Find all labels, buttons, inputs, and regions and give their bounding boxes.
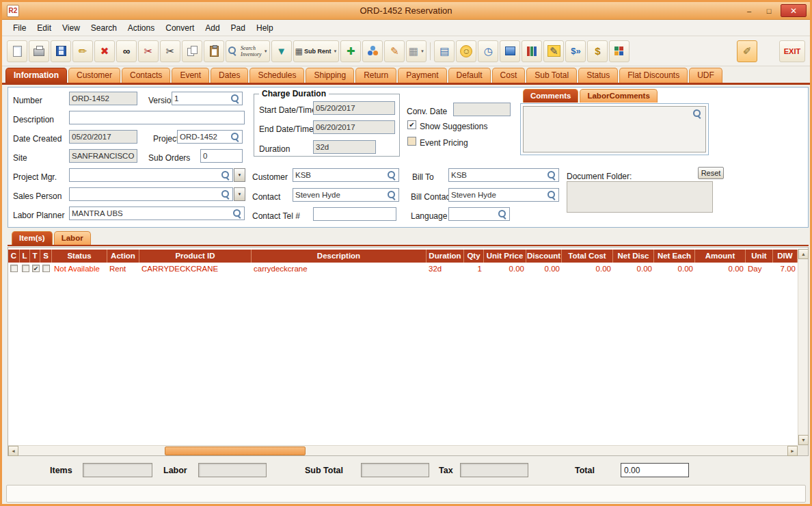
version-field[interactable]: 1 — [172, 92, 243, 105]
menu-view[interactable]: View — [57, 22, 85, 34]
writepad-button[interactable]: ✎ — [543, 40, 564, 62]
col-diw[interactable]: DIW — [773, 250, 798, 263]
document-folder-box[interactable] — [567, 181, 713, 213]
find-button[interactable]: ∞ — [116, 40, 137, 62]
col-description[interactable]: Description — [252, 250, 427, 263]
table-row[interactable]: ✔ Not Available Rent CARRYDECKCRANE carr… — [8, 263, 798, 276]
minimize-button[interactable]: – — [741, 4, 757, 17]
feedback-button[interactable]: ☺ — [456, 40, 476, 62]
chevron-down-icon[interactable]: ▼ — [264, 49, 268, 53]
new-button[interactable] — [7, 40, 27, 62]
vertical-scrollbar[interactable]: ▲ ▼ — [798, 249, 808, 445]
exit-button[interactable]: EXIT — [779, 40, 805, 62]
tab-event[interactable]: Event — [172, 68, 209, 83]
row-checkbox-t[interactable]: ✔ — [32, 265, 40, 272]
duration-field[interactable]: 32d — [313, 140, 376, 154]
search-icon[interactable] — [221, 170, 230, 180]
currency-transfer-button[interactable]: $» — [565, 40, 586, 62]
col-qty[interactable]: Qty — [464, 250, 484, 263]
chevron-down-icon[interactable]: ▼ — [420, 49, 424, 53]
col-net-disc[interactable]: Net Disc — [613, 250, 654, 263]
tab-shipping[interactable]: Shipping — [306, 68, 354, 83]
history-button[interactable]: ◷ — [478, 40, 498, 62]
menu-actions[interactable]: Actions — [122, 22, 160, 34]
search-icon[interactable] — [547, 190, 556, 200]
bill-contact-field[interactable]: Steven Hyde — [448, 188, 559, 202]
menu-pad[interactable]: Pad — [226, 22, 251, 34]
search-icon[interactable] — [230, 94, 240, 103]
search-icon[interactable] — [547, 170, 556, 180]
fill-color-button[interactable]: ▼ — [271, 40, 292, 62]
col-s[interactable]: S — [40, 250, 52, 263]
tab-items[interactable]: Item(s) — [12, 231, 53, 245]
tab-contacts[interactable]: Contacts — [122, 68, 170, 83]
scroll-right-icon[interactable]: ► — [787, 446, 798, 456]
contact-tel-field[interactable] — [313, 207, 396, 221]
menu-edit[interactable]: Edit — [31, 22, 57, 34]
tab-customer[interactable]: Customer — [68, 68, 120, 83]
copy-button[interactable] — [182, 40, 202, 62]
col-duration[interactable]: Duration — [427, 250, 464, 263]
search-icon[interactable] — [387, 170, 396, 180]
scroll-up-icon[interactable]: ▲ — [798, 249, 809, 259]
col-unit-price[interactable]: Unit Price — [484, 250, 526, 263]
sales-person-field[interactable] — [69, 187, 233, 201]
search-icon[interactable] — [498, 209, 507, 219]
col-net-each[interactable]: Net Each — [654, 250, 695, 263]
scroll-left-icon[interactable]: ◄ — [8, 446, 18, 456]
cut-document-button[interactable]: ✂ — [138, 40, 159, 62]
menu-convert[interactable]: Convert — [160, 22, 200, 34]
tab-return[interactable]: Return — [355, 68, 396, 83]
grid-button[interactable]: ▦ ▼ — [406, 40, 427, 62]
tab-dates[interactable]: Dates — [211, 68, 248, 83]
col-unit[interactable]: Unit — [746, 250, 773, 263]
comments-textarea[interactable] — [523, 106, 706, 152]
search-icon[interactable] — [221, 189, 230, 199]
delete-button[interactable]: ✖ — [94, 40, 115, 62]
reset-button[interactable]: Reset — [698, 167, 724, 179]
tab-sub-total[interactable]: Sub Total — [526, 68, 577, 83]
tab-payment[interactable]: Payment — [398, 68, 446, 83]
description-field[interactable] — [69, 111, 245, 124]
bill-to-field[interactable]: KSB — [448, 168, 559, 182]
col-l[interactable]: L — [20, 250, 30, 263]
print-button[interactable] — [29, 40, 49, 62]
project-field[interactable]: ORD-1452 — [177, 130, 243, 144]
scrollbar-thumb[interactable] — [165, 447, 306, 455]
menu-add[interactable]: Add — [200, 22, 225, 34]
tab-udf[interactable]: UDF — [689, 68, 722, 83]
project-mgr-field[interactable] — [69, 168, 233, 182]
tab-flat-discounts[interactable]: Flat Discounts — [619, 68, 688, 83]
maximize-button[interactable]: □ — [761, 4, 777, 17]
chevron-down-icon[interactable]: ▼ — [333, 49, 337, 53]
sales-person-dropdown[interactable]: ▼ — [234, 187, 245, 201]
tab-cost[interactable]: Cost — [492, 68, 526, 83]
col-status[interactable]: Status — [52, 250, 107, 263]
language-field[interactable] — [448, 207, 510, 221]
cut-button[interactable]: ✂ — [160, 40, 180, 62]
notes-button[interactable]: ✎ — [384, 40, 405, 62]
search-icon[interactable] — [232, 209, 242, 218]
tools-button[interactable]: ✐ — [737, 40, 757, 62]
site-field[interactable]: SANFRANCISCO — [69, 149, 137, 163]
inventory-cubes-button[interactable] — [609, 40, 630, 62]
catalog-button[interactable] — [522, 40, 542, 62]
print-report-button[interactable]: ▤ — [434, 40, 455, 62]
menu-help[interactable]: Help — [251, 22, 279, 34]
search-inventory-button[interactable]: Search Inventory ▼ — [226, 40, 270, 62]
tab-status[interactable]: Status — [578, 68, 618, 83]
col-t[interactable]: T — [30, 250, 40, 263]
start-date-field[interactable]: 05/20/2017 — [313, 101, 395, 115]
paste-button[interactable] — [204, 40, 224, 62]
sub-orders-field[interactable]: 0 — [200, 149, 243, 163]
col-product-id[interactable]: Product ID — [139, 250, 252, 263]
tab-schedules[interactable]: Schedules — [249, 68, 304, 83]
conv-date-field[interactable] — [453, 103, 511, 116]
project-mgr-dropdown[interactable]: ▼ — [234, 168, 245, 182]
labor-planner-field[interactable]: MANTRA UBS — [69, 207, 245, 220]
row-checkbox-l[interactable] — [22, 265, 29, 272]
price-list-button[interactable]: $ — [587, 40, 608, 62]
col-total-cost[interactable]: Total Cost — [562, 250, 613, 263]
group-button[interactable] — [362, 40, 383, 62]
date-created-field[interactable]: 05/20/2017 — [69, 130, 137, 144]
